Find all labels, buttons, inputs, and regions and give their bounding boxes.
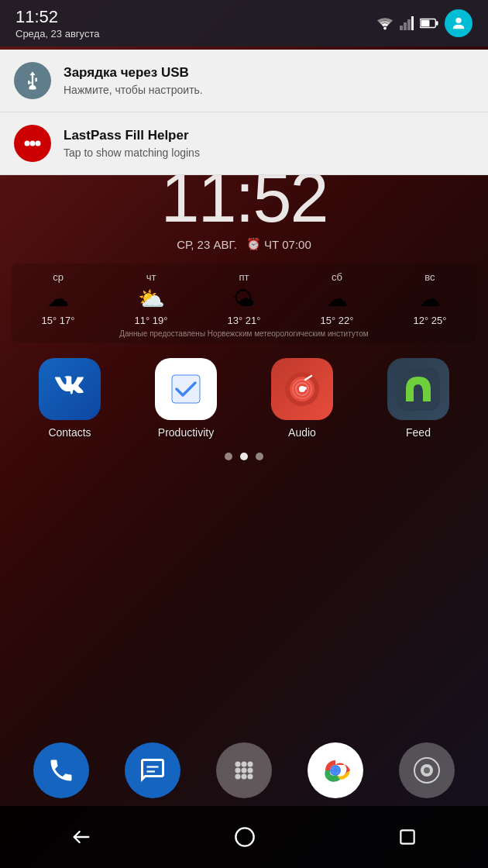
svg-point-0 <box>383 27 387 30</box>
svg-rect-42 <box>400 830 414 843</box>
svg-rect-4 <box>411 16 414 30</box>
svg-point-26 <box>248 762 253 767</box>
clock-widget: 11:52 СР, 23 АВГ. ⏰ ЧТ 07:00 <box>160 163 327 251</box>
productivity-label: Productivity <box>158 426 214 439</box>
notif-lastpass-text: Tap to show matching logins <box>64 146 200 160</box>
weather-widget: ср ☁ 15° 17° чт ⛅ 11° 19° пт 🌤 13° 21° с… <box>12 264 476 343</box>
svg-point-27 <box>235 768 241 773</box>
status-left: 11:52 Среда, 23 августа <box>15 7 376 39</box>
dock-camera[interactable] <box>399 742 455 798</box>
app-productivity[interactable]: Productivity <box>155 358 217 439</box>
day-icon-1: ⛅ <box>138 286 165 312</box>
recent-apps-button[interactable] <box>382 819 433 855</box>
svg-point-30 <box>235 774 241 780</box>
svg-point-37 <box>332 767 339 773</box>
svg-point-31 <box>242 774 247 780</box>
wifi-icon <box>376 16 393 30</box>
weather-day-2: пт 🌤 13° 21° <box>228 271 261 326</box>
svg-point-28 <box>242 768 247 773</box>
day-temps-3: 15° 22° <box>321 315 354 326</box>
day-temps-2: 13° 21° <box>228 315 261 326</box>
day-name-2: пт <box>239 271 249 283</box>
weather-day-0: ср ☁ 15° 17° <box>42 271 75 326</box>
productivity-icon <box>155 358 217 420</box>
notif-usb-icon <box>14 62 51 99</box>
battery-icon <box>420 18 438 29</box>
page-dot-2[interactable] <box>256 453 263 460</box>
svg-rect-21 <box>397 367 440 411</box>
svg-point-41 <box>235 828 253 846</box>
day-temps-0: 15° 17° <box>42 315 75 326</box>
clock-alarm: ⏰ ЧТ 07:00 <box>246 237 311 251</box>
weather-source: Данные предоставлены Норвежским метеорол… <box>12 329 476 338</box>
svg-rect-3 <box>407 19 411 30</box>
svg-point-25 <box>242 762 247 767</box>
dock-messages[interactable] <box>125 742 180 798</box>
svg-point-29 <box>248 768 253 773</box>
notif-lastpass-content: LastPass Fill Helper Tap to show matchin… <box>64 127 200 160</box>
contacts-icon <box>39 358 101 420</box>
svg-point-10 <box>25 141 30 146</box>
weather-day-1: чт ⛅ 11° 19° <box>135 271 168 326</box>
app-feed[interactable]: Feed <box>387 358 449 439</box>
alarm-time: ЧТ 07:00 <box>264 238 311 251</box>
day-icon-4: ☁ <box>419 286 441 312</box>
status-bar: 11:52 Среда, 23 августа <box>0 0 488 46</box>
svg-point-11 <box>36 141 41 146</box>
dock-apps[interactable] <box>216 742 272 798</box>
svg-rect-2 <box>404 22 407 30</box>
day-name-3: сб <box>332 271 342 283</box>
dock <box>0 735 488 806</box>
notif-usb-content: Зарядка через USB Нажмите, чтобы настрои… <box>64 64 203 97</box>
day-temps-4: 12° 25° <box>414 315 447 326</box>
alarm-icon: ⏰ <box>246 237 261 251</box>
svg-point-24 <box>235 762 241 767</box>
back-button[interactable] <box>55 818 108 856</box>
notif-lastpass-title: LastPass Fill Helper <box>64 127 200 144</box>
audio-label: Audio <box>288 426 316 439</box>
status-date: Среда, 23 августа <box>15 28 376 40</box>
app-audio[interactable]: Audio <box>271 358 333 439</box>
svg-point-8 <box>455 18 461 23</box>
app-contacts[interactable]: Contacts <box>39 358 101 439</box>
notif-lastpass-icon <box>14 125 51 162</box>
day-icon-2: 🌤 <box>233 286 255 312</box>
svg-point-40 <box>424 767 430 773</box>
notif-usb-title: Зарядка через USB <box>64 64 203 81</box>
day-name-4: вс <box>424 271 435 283</box>
audio-icon <box>271 358 333 420</box>
feed-label: Feed <box>406 426 431 439</box>
notification-lastpass[interactable]: LastPass Fill Helper Tap to show matchin… <box>0 112 488 175</box>
weather-day-3: сб ☁ 15° 22° <box>321 271 354 326</box>
svg-rect-6 <box>436 21 438 26</box>
status-time: 11:52 <box>15 7 376 27</box>
status-right <box>376 9 473 37</box>
day-icon-0: ☁ <box>47 286 69 312</box>
dock-phone[interactable] <box>33 742 89 798</box>
day-name-1: чт <box>146 271 156 283</box>
weather-days: ср ☁ 15° 17° чт ⛅ 11° 19° пт 🌤 13° 21° с… <box>12 271 476 326</box>
weather-day-4: вс ☁ 12° 25° <box>414 271 447 326</box>
app-grid: Contacts Productivity <box>12 358 476 439</box>
clock-date: СР, 23 АВГ. <box>177 238 237 251</box>
page-indicators <box>225 453 263 460</box>
dock-chrome[interactable] <box>308 742 363 798</box>
home-button[interactable] <box>218 818 271 856</box>
svg-rect-1 <box>400 26 403 30</box>
page-dot-0[interactable] <box>225 453 232 460</box>
notifications-panel: Зарядка через USB Нажмите, чтобы настрои… <box>0 46 488 175</box>
day-name-0: ср <box>53 271 64 283</box>
signal-icon <box>400 16 414 30</box>
user-avatar[interactable] <box>445 9 473 37</box>
contacts-label: Contacts <box>48 426 91 439</box>
home-content: 11:52 СР, 23 АВГ. ⏰ ЧТ 07:00 ср ☁ 15° 17… <box>0 155 488 806</box>
svg-point-9 <box>30 141 36 146</box>
svg-rect-7 <box>421 20 429 26</box>
page-dot-1[interactable] <box>240 453 248 460</box>
notif-usb-text: Нажмите, чтобы настроить. <box>64 83 203 97</box>
svg-point-20 <box>304 387 307 390</box>
feed-icon <box>387 358 449 420</box>
day-temps-1: 11° 19° <box>135 315 168 326</box>
day-icon-3: ☁ <box>326 286 348 312</box>
notification-usb[interactable]: Зарядка через USB Нажмите, чтобы настрои… <box>0 50 488 112</box>
